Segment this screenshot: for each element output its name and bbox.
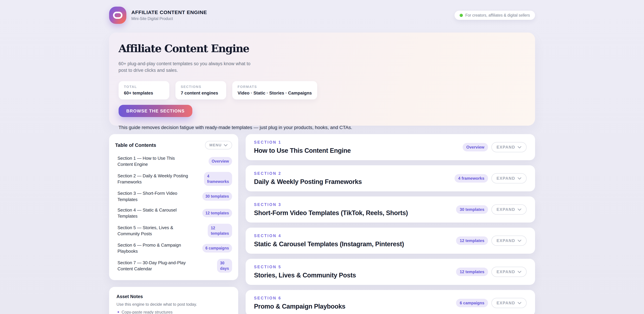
brand-text: AFFILIATE CONTENT ENGINE Mini-Site Digit…: [132, 10, 207, 21]
stat-label: SECTIONS: [181, 85, 221, 89]
section-heading: SECTION 1 How to Use This Content Engine: [254, 140, 351, 154]
expand-button[interactable]: EXPAND: [492, 142, 526, 152]
section-badge: 6 campaigns: [456, 299, 488, 307]
toc-item-section-7[interactable]: Section 7 — 30-Day Plug-and-Play Content…: [115, 259, 232, 273]
chevron-down-icon: [518, 177, 522, 180]
toc-list: Section 1 — How to Use This Content Engi…: [115, 155, 232, 273]
toc-item-section-5[interactable]: Section 5 — Stories, Lives & Community P…: [115, 224, 232, 238]
toc-item-section-6[interactable]: Section 6 — Promo & Campaign Playbooks 6…: [115, 242, 232, 254]
expand-button[interactable]: EXPAND: [492, 173, 526, 183]
expand-button[interactable]: EXPAND: [492, 204, 526, 215]
brand: AFFILIATE CONTENT ENGINE Mini-Site Digit…: [109, 7, 207, 24]
toc-item-label: Section 6 — Promo & Campaign Playbooks: [118, 242, 190, 254]
status-dot-icon: [460, 14, 463, 17]
page: AFFILIATE CONTENT ENGINE Mini-Site Digit…: [109, 0, 535, 314]
chevron-down-icon: [518, 271, 522, 273]
hero-note: This guide removes decision fatigue with…: [118, 125, 526, 130]
toc-item-badge: 30 templates: [202, 192, 232, 200]
chevron-down-icon: [518, 208, 522, 211]
hero-description: 60+ plug-and-play content templates so y…: [118, 61, 256, 74]
section-heading: SECTION 6 Promo & Campaign Playbooks: [254, 296, 346, 310]
browse-sections-button[interactable]: BROWSE THE SECTIONS: [118, 105, 192, 117]
stat-card-total: TOTAL 60+ templates: [118, 81, 169, 99]
section-eyebrow: SECTION 3: [254, 202, 408, 207]
section-eyebrow: SECTION 5: [254, 265, 356, 269]
section-actions: 4 frameworks EXPAND: [454, 173, 526, 183]
hero-title: Affiliate Content Engine: [118, 42, 526, 55]
toc-item-badge: 6 campaigns: [202, 244, 232, 252]
toc-item-label: Section 1 — How to Use This Content Engi…: [118, 155, 190, 167]
content: Table of Contents MENU Section 1 — How t…: [109, 134, 535, 314]
expand-button[interactable]: EXPAND: [492, 267, 526, 277]
section-badge: 4 frameworks: [454, 174, 488, 183]
hero: Affiliate Content Engine 60+ plug-and-pl…: [109, 33, 535, 126]
toc-item-badge: 12 templates: [202, 209, 232, 217]
toc-item-section-2[interactable]: Section 2 — Daily & Weekly Posting Frame…: [115, 172, 232, 186]
toc-item-label: Section 2 — Daily & Weekly Posting Frame…: [118, 173, 190, 185]
section-title: Promo & Campaign Playbooks: [254, 303, 346, 310]
section-eyebrow: SECTION 2: [254, 171, 362, 176]
menu-button[interactable]: MENU: [205, 141, 232, 149]
section-actions: 12 templates EXPAND: [456, 236, 526, 246]
asset-notes-list: Copy-paste ready structures Mapped to re…: [116, 310, 231, 314]
toc-item-label: Section 4 — Static & Carousel Templates: [118, 207, 190, 219]
stat-card-formats: FORMATS Video · Static · Stories · Campa…: [232, 81, 317, 99]
asset-notes-title: Asset Notes: [116, 294, 231, 299]
section-badge: 12 templates: [456, 236, 488, 245]
section-heading: SECTION 4 Static & Carousel Templates (I…: [254, 233, 404, 248]
toc-item-label: Section 3 — Short-Form Video Templates: [118, 190, 190, 203]
sidebar: Table of Contents MENU Section 1 — How t…: [109, 134, 238, 314]
asset-notes-card: Asset Notes Use this engine to decide wh…: [109, 287, 238, 314]
section-card-1: SECTION 1 How to Use This Content Engine…: [246, 134, 535, 160]
expand-button-label: EXPAND: [496, 269, 515, 274]
toc-item-label: Section 5 — Stories, Lives & Community P…: [118, 225, 190, 237]
section-actions: 30 templates EXPAND: [456, 204, 526, 215]
section-badge: 30 templates: [456, 205, 488, 214]
section-badge: Overview: [463, 143, 488, 151]
section-card-2: SECTION 2 Daily & Weekly Posting Framewo…: [246, 165, 535, 191]
expand-button[interactable]: EXPAND: [492, 236, 526, 246]
stat-value: Video · Static · Stories · Campaigns: [238, 90, 312, 96]
section-actions: 12 templates EXPAND: [456, 267, 526, 277]
chevron-down-icon: [518, 146, 522, 149]
section-card-3: SECTION 3 Short-Form Video Templates (Ti…: [246, 196, 535, 222]
chevron-down-icon: [518, 302, 522, 304]
stat-card-sections: SECTIONS 7 content engines: [176, 81, 226, 99]
section-title: Static & Carousel Templates (Instagram, …: [254, 240, 404, 248]
expand-button-label: EXPAND: [496, 176, 515, 181]
stat-label: TOTAL: [124, 85, 164, 89]
section-actions: Overview EXPAND: [463, 142, 526, 152]
audience-badge-label: For creators, affiliates & digital selle…: [465, 13, 530, 18]
section-title: How to Use This Content Engine: [254, 147, 351, 154]
hero-stats: TOTAL 60+ templates SECTIONS 7 content e…: [118, 81, 526, 99]
audience-badge: For creators, affiliates & digital selle…: [454, 11, 535, 20]
expand-button-label: EXPAND: [496, 301, 515, 305]
toc-item-badge: 12 templates: [208, 224, 232, 238]
section-card-4: SECTION 4 Static & Carousel Templates (I…: [246, 228, 535, 254]
app-title: AFFILIATE CONTENT ENGINE: [132, 10, 207, 15]
section-title: Stories, Lives & Community Posts: [254, 272, 356, 279]
expand-button-label: EXPAND: [496, 238, 515, 243]
section-card-5: SECTION 5 Stories, Lives & Community Pos…: [246, 259, 535, 285]
chevron-down-icon: [224, 144, 228, 147]
logo-oval-icon: [113, 12, 122, 19]
toc-item-section-1[interactable]: Section 1 — How to Use This Content Engi…: [115, 155, 232, 167]
toc-item-badge: 4 frameworks: [204, 172, 232, 186]
expand-button-label: EXPAND: [496, 207, 515, 212]
expand-button[interactable]: EXPAND: [492, 298, 526, 308]
stat-label: FORMATS: [238, 85, 312, 89]
section-eyebrow: SECTION 4: [254, 233, 404, 238]
bullet-item: Copy-paste ready structures: [116, 310, 231, 314]
section-eyebrow: SECTION 6: [254, 296, 346, 300]
header: AFFILIATE CONTENT ENGINE Mini-Site Digit…: [109, 7, 535, 24]
section-title: Daily & Weekly Posting Frameworks: [254, 178, 362, 185]
app-logo: [109, 7, 126, 24]
sections-list: SECTION 1 How to Use This Content Engine…: [246, 134, 535, 314]
toc-header: Table of Contents MENU: [115, 141, 232, 149]
section-title: Short-Form Video Templates (TikTok, Reel…: [254, 209, 408, 217]
toc-item-section-4[interactable]: Section 4 — Static & Carousel Templates …: [115, 207, 232, 219]
toc-item-section-3[interactable]: Section 3 — Short-Form Video Templates 3…: [115, 190, 232, 203]
stat-value: 60+ templates: [124, 90, 164, 96]
asset-notes-description: Use this engine to decide what to post t…: [116, 302, 231, 307]
menu-button-label: MENU: [210, 143, 222, 147]
